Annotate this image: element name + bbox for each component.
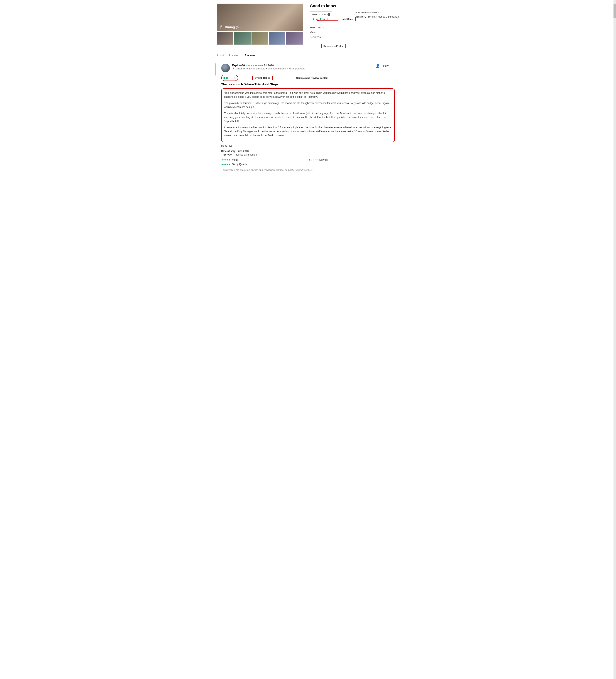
review-para-3: There is absolutely no service from when… xyxy=(224,111,392,123)
reviewer-name-line: Explore88 wrote a review Jul 2018 xyxy=(232,64,305,67)
disclaimer: This review is the subjective opinion of… xyxy=(221,169,395,171)
reviewers-profile-annotation-wrapper: Reviewer's Profile xyxy=(321,44,346,48)
s-star-3: ○ xyxy=(312,158,314,161)
avatar[interactable] xyxy=(221,64,230,72)
sleep-stars: ● ● ● ● ● xyxy=(221,162,231,166)
languages-label: LANGUAGES SPOKEN xyxy=(356,11,399,13)
hotel-style-business: Business xyxy=(310,35,353,39)
trip-type: Trip type: Travelled as a couple xyxy=(221,153,395,156)
profile-bracket-right xyxy=(287,63,288,75)
v-star-1: ● xyxy=(221,158,223,161)
review-content: 'The biggest issue working against this … xyxy=(221,88,395,142)
thumb-5[interactable] xyxy=(286,32,303,44)
review-star-3: ○ xyxy=(229,75,231,80)
review-star-4: ○ xyxy=(231,75,234,80)
nav-tabs: About Location Reviews xyxy=(217,54,399,58)
service-label: Service xyxy=(319,158,328,161)
v-star-4: ● xyxy=(227,158,229,161)
thumb-4[interactable] xyxy=(269,32,285,44)
reviewer-action: wrote a review Jul 2018 xyxy=(246,64,274,67)
sub-ratings: ● ● ● ● ● Value ● ○ ○ ○ ○ Service xyxy=(221,158,395,166)
complaining-annotation-wrapper: Complaining Review Content xyxy=(294,76,331,80)
read-less-button[interactable]: Read less ▲ xyxy=(221,144,235,147)
reviewer-left: Explore88 wrote a review Jul 2018 📍 Duba… xyxy=(221,64,305,72)
helpful-votes: 78 helpful votes xyxy=(289,67,305,70)
review-star-2: ● xyxy=(226,75,228,80)
read-less-arrow-icon: ▲ xyxy=(233,144,235,147)
more-options-button[interactable]: ··· xyxy=(390,64,395,68)
review-card: Explore88 wrote a review Jul 2018 📍 Duba… xyxy=(217,60,399,175)
contributions: 188 contributions xyxy=(268,67,286,70)
sub-rating-value: ● ● ● ● ● Value xyxy=(221,158,307,161)
main-photo[interactable]: 🍴 Dining (69) xyxy=(217,4,303,31)
good-to-know-title: Good to know xyxy=(310,4,399,8)
photos-panel: 🍴 Dining (69) xyxy=(217,4,303,44)
dining-icon: 🍴 xyxy=(218,25,224,30)
reviewers-profile-annotation: Reviewer's Profile xyxy=(321,44,346,48)
date-of-stay-label: Date of stay: xyxy=(221,150,236,153)
review-para-1: 'The biggest issue working against this … xyxy=(224,91,392,99)
sub-rating-sleep: ● ● ● ● ● Sleep Quality xyxy=(221,162,307,166)
meta-separator-1: • xyxy=(266,67,267,70)
review-star-5: ○ xyxy=(234,75,236,80)
sleep-label: Sleep Quality xyxy=(232,163,247,166)
good-to-know-panel: Good to know HOTEL CLASS i ★ ★ xyxy=(308,4,399,44)
sl-star-1: ● xyxy=(221,162,223,166)
s-star-4: ○ xyxy=(314,158,316,161)
hotel-style-value: Value xyxy=(310,30,353,35)
hotel-style-label: HOTEL STYLE xyxy=(310,27,353,29)
overall-rating-annotation-wrapper: Overall Rating xyxy=(252,76,272,80)
review-star-1: ● xyxy=(223,75,226,80)
value-stars: ● ● ● ● ● xyxy=(221,158,231,161)
dining-badge: 🍴 Dining (69) xyxy=(218,25,241,30)
hotel-style-values: Value Business xyxy=(310,30,353,39)
overall-rating-annotation: Overall Rating xyxy=(252,76,272,80)
follow-label: Follow xyxy=(381,64,388,67)
annotation-arrow xyxy=(315,19,339,26)
hotel-style-cell: HOTEL STYLE Value Business xyxy=(310,27,353,39)
read-less-label: Read less xyxy=(221,144,232,147)
reviewer-header: Explore88 wrote a review Jul 2018 📍 Duba… xyxy=(221,64,395,72)
thumb-3[interactable] xyxy=(251,32,268,44)
follow-icon: 👤 xyxy=(376,64,380,68)
reviewer-info: Explore88 wrote a review Jul 2018 📍 Duba… xyxy=(232,64,305,70)
sl-star-2: ● xyxy=(223,162,225,166)
sub-rating-service: ● ○ ○ ○ ○ Service xyxy=(309,158,395,161)
follow-button[interactable]: 👤 Follow xyxy=(376,64,388,68)
overall-rating-stars-box: ● ● ○ ○ ○ xyxy=(221,75,238,81)
s-star-2: ○ xyxy=(310,158,312,161)
reviewer-name[interactable]: Explore88 xyxy=(232,64,245,67)
thumb-1[interactable] xyxy=(217,32,233,44)
languages-value: English, French, Russian, Bulgarian xyxy=(356,15,399,19)
section-divider xyxy=(217,50,399,50)
info-icon[interactable]: i xyxy=(328,13,330,16)
profile-bracket-left xyxy=(215,63,216,75)
rating-row: ● ● ○ ○ ○ Overall Rating Complaining Rev… xyxy=(221,75,395,81)
reviewer-location: Dubai, United Arab Emirates xyxy=(236,67,265,70)
languages-cell: LANGUAGES SPOKEN English, French, Russia… xyxy=(356,11,399,23)
tab-reviews[interactable]: Reviews xyxy=(245,54,255,58)
sl-star-4: ● xyxy=(227,162,229,166)
review-para-4: In any-case if you want a direct walk to… xyxy=(224,125,392,137)
review-title: The Location Is Where This Hotel Stops. xyxy=(221,83,395,86)
thumb-2[interactable] xyxy=(234,32,251,44)
complaining-annotation: Complaining Review Content xyxy=(294,76,331,80)
date-of-stay: Date of stay: June 2018 xyxy=(221,150,395,153)
tab-location[interactable]: Location xyxy=(229,54,239,58)
hotel-class-cell: HOTEL CLASS i ★ ★ ★ ★ ★ xyxy=(310,11,353,23)
sl-star-3: ● xyxy=(225,162,227,166)
v-star-2: ● xyxy=(223,158,225,161)
trip-type-value: Travelled as a couple xyxy=(233,153,257,156)
value-label: Value xyxy=(232,158,238,161)
review-meta: Date of stay: June 2018 Trip type: Trave… xyxy=(221,150,395,156)
location-pin-icon: 📍 xyxy=(232,67,235,70)
s-star-5: ○ xyxy=(316,158,318,161)
v-star-3: ● xyxy=(225,158,227,161)
reviewer-right: 👤 Follow ··· xyxy=(376,64,395,68)
hotel-class-annotation: Hotel Class xyxy=(339,17,355,21)
reviewer-meta: 📍 Dubai, United Arab Emirates • 188 cont… xyxy=(232,67,305,70)
trip-type-label: Trip type: xyxy=(221,153,233,156)
service-stars: ● ○ ○ ○ ○ xyxy=(309,158,318,161)
hotel-class-label: HOTEL CLASS i xyxy=(312,13,330,16)
tab-about[interactable]: About xyxy=(217,54,224,58)
